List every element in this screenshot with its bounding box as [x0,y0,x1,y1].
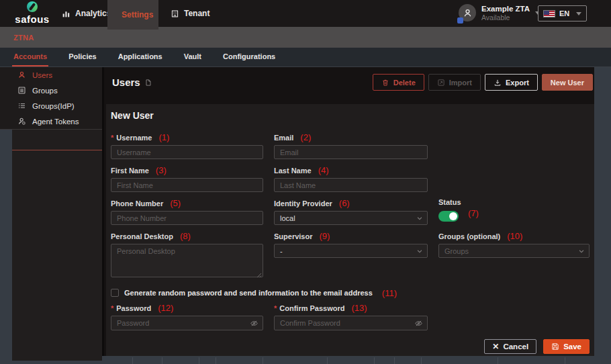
save-label: Save [563,343,581,351]
download-icon [493,79,502,87]
new-user-button[interactable]: New User [542,74,593,91]
eye-slash-icon[interactable] [414,319,423,328]
chevron-down-icon [416,248,423,255]
sidebar-item-users[interactable]: Users [0,67,102,83]
tab-configurations[interactable]: Configurations [222,48,277,66]
generate-password-checkbox[interactable] [111,289,119,297]
nav-settings-label: Settings [122,10,153,19]
identity-provider-select[interactable]: local [274,211,428,225]
page-title-text: Users [112,77,140,88]
tab-accounts[interactable]: Accounts [12,48,48,66]
breadcrumb-bar: ZTNA [0,27,611,48]
annotation-5: (5) [170,198,181,208]
person-badge-icon [17,117,26,126]
doc-icon[interactable] [144,79,152,87]
sidebar-item-groups-idp[interactable]: Groups(IdP) [0,98,102,113]
phone-input[interactable] [111,211,263,225]
tab-vault[interactable]: Vault [183,48,203,66]
annotation-13: (13) [351,303,367,313]
language-selector[interactable]: EN [538,5,587,21]
delete-label: Delete [393,79,416,87]
groups-select[interactable]: Groups [438,244,590,258]
close-icon: ✕ [492,342,499,351]
annotation-8: (8) [180,231,191,241]
page-title: Users [112,77,152,88]
resize-handle[interactable] [256,273,262,278]
import-label: Import [449,79,472,87]
app-window: safous Analytics Settings Tenant [0,0,611,364]
left-gutter [0,130,12,364]
cancel-button[interactable]: ✕ Cancel [484,339,536,354]
user-menu[interactable]: Example ZTA Available [459,4,540,21]
email-input[interactable] [274,145,428,159]
password-label: Password [116,304,151,312]
annotation-11: (11) [382,288,397,298]
sidebar-groups-label: Groups [32,87,58,95]
bottom-edge [0,361,102,364]
first-name-input[interactable] [111,178,263,192]
last-name-label: Last Name [274,167,312,175]
required-mark: * [274,304,277,312]
nav-item-tenant[interactable]: Tenant [161,0,219,27]
top-navbar: safous Analytics Settings Tenant [0,0,611,27]
chevron-down-icon [416,215,423,222]
bar-chart-icon [62,9,70,18]
confirm-password-label: Confirm Password [279,304,344,312]
person-icon [463,8,473,18]
status-label: Status [438,198,461,206]
generate-password-label: Generate random password and send inform… [124,289,373,297]
annotation-6: (6) [339,198,350,208]
required-mark: * [111,304,113,312]
sidebar-item-agent-tokens[interactable]: Agent Tokens [0,113,102,129]
toggle-knob [449,212,457,220]
annotation-4: (4) [318,165,329,175]
sidebar-users-label: Users [32,71,52,79]
cancel-label: Cancel [503,343,528,351]
language-code: EN [559,9,572,17]
annotation-9: (9) [319,231,330,241]
annotation-1: (1) [158,132,169,142]
nav-tenant-label: Tenant [184,9,209,18]
breadcrumb[interactable]: ZTNA [13,34,34,42]
groups-placeholder: Groups [444,247,469,255]
identity-provider-label: Identity Provider [274,199,332,208]
avatar-badge [457,17,463,24]
main-content: Users Delete Imp [104,67,594,356]
save-icon [551,343,559,351]
personal-desktop-textarea[interactable] [111,244,263,277]
nav-item-settings[interactable]: Settings [107,0,158,30]
right-gutter [594,67,611,364]
import-button[interactable]: Import [428,74,481,91]
annotation-3: (3) [156,165,167,175]
safous-logo-icon [27,1,38,12]
groups-label: Groups (optional) [438,232,500,240]
us-flag-icon [543,10,555,17]
sidebar-item-groups[interactable]: Groups [0,83,102,98]
identity-provider-value: local [280,214,295,222]
tab-policies[interactable]: Policies [67,48,98,66]
list-box-icon [17,86,26,95]
save-button[interactable]: Save [543,339,590,354]
supervisor-select[interactable]: - [274,244,428,258]
username-input[interactable] [111,145,263,159]
brand-logo[interactable]: safous [12,1,52,24]
table-header-peek [102,356,611,364]
required-mark: * [111,134,113,142]
eye-slash-icon[interactable] [250,319,258,328]
last-name-input[interactable] [274,178,428,192]
chevron-down-icon [576,12,581,15]
dashed-list-icon [17,101,26,110]
password-input[interactable] [111,316,263,330]
export-label: Export [506,79,529,87]
accounts-sidebar: Users Groups Groups(IdP) Agent Tokens [0,67,102,130]
user-name: Example ZTA [481,5,530,13]
delete-button[interactable]: Delete [373,74,424,91]
building-icon [171,9,179,18]
sidebar-agent-tokens-label: Agent Tokens [32,118,79,126]
tab-applications[interactable]: Applications [117,48,164,66]
confirm-password-input[interactable] [274,316,428,330]
supervisor-value: - [280,247,283,255]
panel-title: New User [111,110,590,122]
status-toggle[interactable] [438,211,459,222]
export-button[interactable]: Export [485,74,538,91]
